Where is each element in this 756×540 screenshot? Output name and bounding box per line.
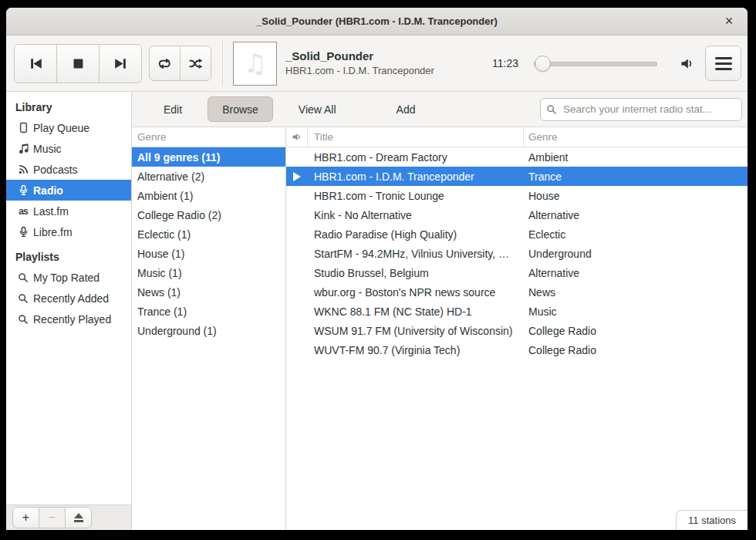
stop-icon xyxy=(69,55,87,73)
station-row[interactable]: Studio Brussel, BelgiumAlternative xyxy=(286,263,748,282)
playing-indicator-cell xyxy=(286,186,308,205)
playing-indicator-cell xyxy=(286,167,308,186)
volume-button[interactable] xyxy=(678,56,695,72)
add-source-button[interactable]: + xyxy=(12,507,39,528)
station-genre: Alternative xyxy=(524,263,748,282)
next-button[interactable] xyxy=(99,44,142,83)
source-toolbar: Edit Browse View All Add xyxy=(132,92,748,127)
station-row[interactable]: Radio Paradise (High Quality)Eclectic xyxy=(286,224,748,244)
genre-row[interactable]: All 9 genres (11) xyxy=(132,147,285,167)
station-row[interactable]: wbur.org - Boston's NPR news sourceNews xyxy=(286,282,748,302)
sidebar-item-music[interactable]: Music xyxy=(6,138,131,159)
browser-lists: Genre All 9 genres (11)Alternative (2)Am… xyxy=(132,127,748,530)
seek-slider[interactable] xyxy=(534,55,657,72)
seek-handle[interactable] xyxy=(535,56,551,72)
elapsed-time: 11:23 xyxy=(492,57,518,69)
genre-row[interactable]: Alternative (2) xyxy=(132,167,285,186)
close-icon[interactable]: × xyxy=(718,8,740,35)
sidebar-item-my-top-rated[interactable]: My Top Rated xyxy=(6,267,131,288)
station-row[interactable]: WSUM 91.7 FM (University of Wisconsin)Co… xyxy=(286,321,748,340)
genre-row[interactable]: Underground (1) xyxy=(132,321,285,340)
station-genre: Eclectic xyxy=(524,224,748,244)
genre-row[interactable]: Ambient (1) xyxy=(132,186,285,205)
stop-button[interactable] xyxy=(56,44,100,83)
sidebar-item-last-fm[interactable]: asLast.fm xyxy=(6,201,131,221)
sidebar-item-label: Music xyxy=(33,143,62,155)
content-area: Edit Browse View All Add Genre All 9 gen… xyxy=(132,92,748,530)
playing-indicator-cell xyxy=(286,224,308,244)
genre-row[interactable]: House (1) xyxy=(132,244,285,263)
station-list-header: Title Genre xyxy=(286,127,748,147)
window-title: _Solid_Pounder (HBR1.com - I.D.M. Trance… xyxy=(256,15,498,27)
playing-column-header[interactable] xyxy=(286,127,308,147)
playlist-items: My Top RatedRecently AddedRecently Playe… xyxy=(6,267,131,329)
sidebar-item-podcasts[interactable]: Podcasts xyxy=(6,159,131,180)
seek-track[interactable] xyxy=(534,62,657,66)
playing-indicator-cell xyxy=(286,302,308,321)
sidebar-item-label: Libre.fm xyxy=(33,226,73,238)
station-title: WUVT-FM 90.7 (Virginia Tech) xyxy=(308,340,524,359)
library-items: Play QueueMusicPodcastsRadioasLast.fmLib… xyxy=(6,117,131,242)
genre-row[interactable]: College Radio (2) xyxy=(132,205,285,224)
play-queue-icon xyxy=(15,121,31,134)
sidebar-item-play-queue[interactable]: Play Queue xyxy=(6,117,131,138)
titlebar[interactable]: _Solid_Pounder (HBR1.com - I.D.M. Trance… xyxy=(6,8,748,35)
app-menu-button[interactable] xyxy=(705,46,741,81)
genre-row[interactable]: News (1) xyxy=(132,282,285,302)
station-genre: Music xyxy=(524,302,748,321)
hamburger-icon xyxy=(715,57,732,59)
station-row[interactable]: StartFM - 94.2MHz, Vilnius University, …… xyxy=(286,244,748,263)
playing-indicator-cell xyxy=(286,205,308,224)
sidebar-item-libre-fm[interactable]: Libre.fm xyxy=(6,221,131,242)
station-rows: HBR1.com - Dream FactoryAmbientHBR1.com … xyxy=(286,147,748,530)
sidebar-item-recently-added[interactable]: Recently Added xyxy=(6,288,131,309)
station-row[interactable]: WKNC 88.1 FM (NC State) HD-1Music xyxy=(286,302,748,321)
genre-column-header[interactable]: Genre xyxy=(132,127,285,147)
genre-row[interactable]: Trance (1) xyxy=(132,302,285,321)
shuffle-button[interactable] xyxy=(180,46,211,81)
eject-button[interactable] xyxy=(65,507,92,528)
station-row[interactable]: HBR1.com - Tronic LoungeHouse xyxy=(286,186,748,205)
station-row[interactable]: Kink - No AlternativeAlternative xyxy=(286,205,748,224)
previous-button[interactable] xyxy=(14,44,57,83)
sidebar-bottom-bar: + − xyxy=(6,505,131,530)
station-row[interactable]: WUVT-FM 90.7 (Virginia Tech)College Radi… xyxy=(286,340,748,359)
genre-row[interactable]: Music (1) xyxy=(132,263,285,282)
sidebar-item-radio[interactable]: Radio xyxy=(6,180,131,201)
remove-source-button[interactable]: − xyxy=(39,507,66,528)
view-all-button[interactable]: View All xyxy=(284,96,351,122)
sidebar-item-label: Recently Added xyxy=(33,292,109,305)
station-row[interactable]: HBR1.com - Dream FactoryAmbient xyxy=(286,147,748,167)
music-icon xyxy=(15,142,31,155)
search-input[interactable] xyxy=(562,103,737,116)
playing-indicator-cell xyxy=(286,147,308,167)
edit-button[interactable]: Edit xyxy=(149,96,197,122)
playing-indicator-cell xyxy=(286,282,308,302)
library-header: Library xyxy=(6,97,131,117)
title-column-header[interactable]: Title xyxy=(308,127,524,147)
add-station-button[interactable]: Add xyxy=(382,96,430,122)
sidebar-item-label: Last.fm xyxy=(33,205,69,218)
browse-button[interactable]: Browse xyxy=(208,96,273,122)
genre-browser: Genre All 9 genres (11)Alternative (2)Am… xyxy=(132,127,286,530)
search-box xyxy=(540,98,742,121)
source-list: Library Play QueueMusicPodcastsRadioasLa… xyxy=(6,92,131,505)
sidebar-item-recently-played[interactable]: Recently Played xyxy=(6,309,131,329)
magnifier-icon xyxy=(15,272,31,284)
station-title: wbur.org - Boston's NPR news source xyxy=(308,282,524,302)
station-title: Kink - No Alternative xyxy=(308,205,524,224)
station-genre: College Radio xyxy=(524,340,748,359)
genre-row[interactable]: Eclectic (1) xyxy=(132,224,285,244)
station-title: HBR1.com - Dream Factory xyxy=(308,147,524,167)
station-genre: Alternative xyxy=(524,205,748,224)
track-title: _Solid_Pounder xyxy=(285,49,434,64)
radio-icon xyxy=(15,184,31,197)
repeat-button[interactable] xyxy=(149,46,181,81)
playing-indicator-cell xyxy=(286,340,308,359)
station-count: 11 stations xyxy=(688,515,736,526)
sidebar: Library Play QueueMusicPodcastsRadioasLa… xyxy=(6,92,132,530)
genre-column-header-right[interactable]: Genre xyxy=(524,127,748,147)
genre-list: All 9 genres (11)Alternative (2)Ambient … xyxy=(132,147,285,530)
lastfm-icon: as xyxy=(15,206,31,217)
station-row[interactable]: HBR1.com - I.D.M. TranceponderTrance xyxy=(286,167,748,186)
